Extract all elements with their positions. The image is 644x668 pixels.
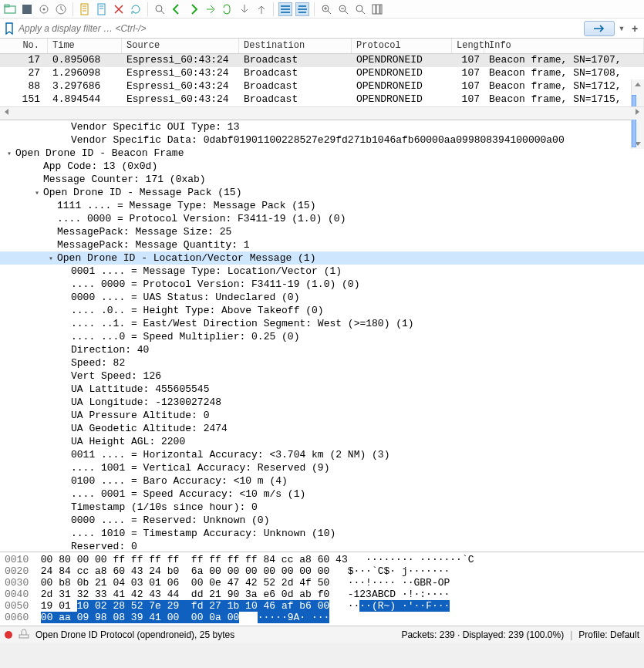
tree-line[interactable]: Timestamp (1/10s since hour): 0 <box>0 501 644 514</box>
tree-line[interactable]: 0000 .... = Reserved: Unknown (0) <box>0 514 644 527</box>
tree-line[interactable]: 0000 .... = UAS Status: Undeclared (0) <box>0 291 644 304</box>
loop-icon[interactable] <box>221 2 234 16</box>
tree-line[interactable]: UA Geodetic Altitude: 2474 <box>0 422 644 435</box>
forward-icon[interactable] <box>187 2 201 16</box>
expert-icon[interactable] <box>19 628 29 641</box>
tree-line[interactable]: 0001 .... = Message Type: Location/Vecto… <box>0 265 644 278</box>
hex-row[interactable]: 0010 00 80 00 00 ff ff ff ff ff ff ff ff… <box>5 554 644 565</box>
refresh-icon[interactable] <box>129 2 143 16</box>
status-packets: Packets: 239 · Displayed: 239 (100.0%) <box>401 629 564 640</box>
tree-line[interactable]: .... 1001 = Vertical Accuracy: Reserved … <box>0 461 644 474</box>
tree-line[interactable]: UA Longitude: -1230027248 <box>0 396 644 409</box>
columns-icon[interactable] <box>370 2 384 16</box>
tree-line[interactable]: Vendor Specific Data: 0dabf0190110022852… <box>0 133 644 147</box>
tree-line[interactable]: App Code: 13 (0x0d) <box>0 160 644 173</box>
clock-icon[interactable] <box>54 2 68 16</box>
svg-rect-14 <box>380 5 382 14</box>
tree-line[interactable]: 1111 .... = Message Type: Message Pack (… <box>0 199 644 212</box>
svg-rect-7 <box>98 4 105 15</box>
col-protocol[interactable]: Protocol <box>352 39 452 53</box>
zoom-out-icon[interactable] <box>336 2 350 16</box>
hex-row[interactable]: 0040 2d 31 32 33 41 42 43 44 dd 21 90 3a… <box>5 589 644 600</box>
square-icon[interactable] <box>20 2 34 16</box>
svg-rect-15 <box>19 635 29 638</box>
svg-rect-2 <box>22 5 32 14</box>
add-filter-button[interactable]: + <box>629 22 641 35</box>
tree-line[interactable]: 0011 .... = Horizontal Accuracy: <3.704 … <box>0 448 644 461</box>
bookmark-icon[interactable] <box>3 22 15 35</box>
back-icon[interactable] <box>170 2 184 16</box>
svg-point-8 <box>156 5 162 12</box>
tree-line[interactable]: .... 1010 = Timestamp Accuracy: Unknown … <box>0 527 644 540</box>
bars-center-icon[interactable] <box>295 2 309 16</box>
caret-down-icon[interactable]: ▾ <box>32 188 42 197</box>
down-icon[interactable] <box>238 2 251 16</box>
display-filter-bar: ▼ + <box>0 19 644 39</box>
tree-line[interactable]: UA Pressure Altitude: 0 <box>0 409 644 422</box>
tree-line[interactable]: .... 0000 = Protocol Version: F3411-19 (… <box>0 212 644 225</box>
main-toolbar <box>0 0 644 19</box>
hex-row[interactable]: 0020 24 84 cc a8 60 43 24 b0 6a 00 00 00… <box>5 565 644 577</box>
tree-line[interactable]: UA Lattitude: 455605545 <box>0 383 644 396</box>
svg-point-11 <box>356 5 362 12</box>
tree-line[interactable]: .... 0001 = Speed Accuracy: <10 m/s (1) <box>0 488 644 501</box>
tree-line[interactable]: Vert Speed: 126 <box>0 369 644 383</box>
tree-line[interactable]: ▾Open Drone ID - Beacon Frame <box>0 147 644 160</box>
folder-icon[interactable] <box>3 2 17 16</box>
hex-row[interactable]: 0060 00 aa 09 98 08 39 41 00 00 0a 00 ··… <box>5 612 644 623</box>
tree-line[interactable]: Reserved: 0 <box>0 540 644 552</box>
status-profile[interactable]: Profile: Default <box>578 629 639 640</box>
col-length[interactable]: Length <box>452 39 484 53</box>
tree-line[interactable]: 0100 .... = Baro Accuracy: <10 m (4) <box>0 474 644 488</box>
svg-rect-6 <box>81 4 88 15</box>
display-filter-input[interactable] <box>19 20 581 37</box>
col-source[interactable]: Source <box>122 39 239 53</box>
tree-line[interactable]: .... .0.. = Height Type: Above Takeoff (… <box>0 304 644 317</box>
up-icon[interactable] <box>255 2 268 16</box>
svg-point-4 <box>43 8 46 10</box>
hex-row[interactable]: 0030 00 b8 0b 21 04 03 01 06 00 0e 47 42… <box>5 577 644 589</box>
tree-line[interactable]: .... ..1. = East/West Direction Segment:… <box>0 317 644 330</box>
status-protocol: Open Drone ID Protocol (opendroneid), 25… <box>35 629 234 640</box>
bars-left-icon[interactable] <box>278 2 292 16</box>
packet-row[interactable]: 271.296098Espressi_60:43:24BroadcastOPEN… <box>0 67 644 80</box>
packet-list-hscroll[interactable] <box>0 106 644 120</box>
caret-down-icon[interactable]: ▾ <box>46 254 56 263</box>
tree-line[interactable]: .... 0000 = Protocol Version: F3411-19 (… <box>0 278 644 291</box>
tree-line[interactable]: Message Counter: 171 (0xab) <box>0 173 644 186</box>
tree-line[interactable]: UA Height AGL: 2200 <box>0 435 644 448</box>
col-no[interactable]: No. <box>0 39 48 53</box>
x-icon[interactable] <box>112 2 126 16</box>
capture-status-icon <box>5 631 12 639</box>
search-icon[interactable] <box>153 2 167 16</box>
tree-line[interactable]: ▾Open Drone ID - Location/Vector Message… <box>0 251 644 265</box>
caret-down-icon[interactable]: ▾ <box>5 149 14 158</box>
doc-icon[interactable] <box>95 2 109 16</box>
status-bar: Open Drone ID Protocol (opendroneid), 25… <box>0 626 644 643</box>
col-time[interactable]: Time <box>48 39 122 53</box>
filter-dropdown-icon[interactable]: ▼ <box>618 25 625 32</box>
hex-row[interactable]: 0050 19 01 10 02 28 52 7e 29 fd 27 1b 10… <box>5 600 644 612</box>
packet-marker-strip <box>632 95 636 147</box>
col-destination[interactable]: Destination <box>239 39 352 53</box>
target-icon[interactable] <box>37 2 51 16</box>
hex-view[interactable]: 0010 00 80 00 00 ff ff ff ff ff ff ff ff… <box>0 552 644 626</box>
tree-line[interactable]: MessagePack: Message Quantity: 1 <box>0 238 644 251</box>
packet-list: No. Time Source Destination Protocol Len… <box>0 39 644 106</box>
tree-line[interactable]: Speed: 82 <box>0 356 644 369</box>
packet-row[interactable]: 170.895068Espressi_60:43:24BroadcastOPEN… <box>0 54 644 67</box>
page-icon[interactable] <box>78 2 92 16</box>
col-info[interactable]: Info <box>484 39 644 53</box>
tree-line[interactable]: .... ...0 = Speed Multiplier: 0.25 (0) <box>0 330 644 343</box>
packet-row[interactable]: 1514.894544Espressi_60:43:24BroadcastOPE… <box>0 93 644 106</box>
packet-row[interactable]: 883.297686Espressi_60:43:24BroadcastOPEN… <box>0 80 644 93</box>
details-tree[interactable]: Vendor Specific OUI Type: 13Vendor Speci… <box>0 120 644 552</box>
tree-line[interactable]: Direction: 40 <box>0 343 644 356</box>
tree-line[interactable]: MessagePack: Message Size: 25 <box>0 225 644 238</box>
step-icon[interactable] <box>204 2 217 16</box>
apply-filter-button[interactable] <box>584 21 615 36</box>
tree-line[interactable]: ▾Open Drone ID - Message Pack (15) <box>0 186 644 199</box>
zoom-in-icon[interactable] <box>319 2 333 16</box>
tree-line[interactable]: Vendor Specific OUI Type: 13 <box>0 120 644 133</box>
zoom-reset-icon[interactable] <box>353 2 367 16</box>
